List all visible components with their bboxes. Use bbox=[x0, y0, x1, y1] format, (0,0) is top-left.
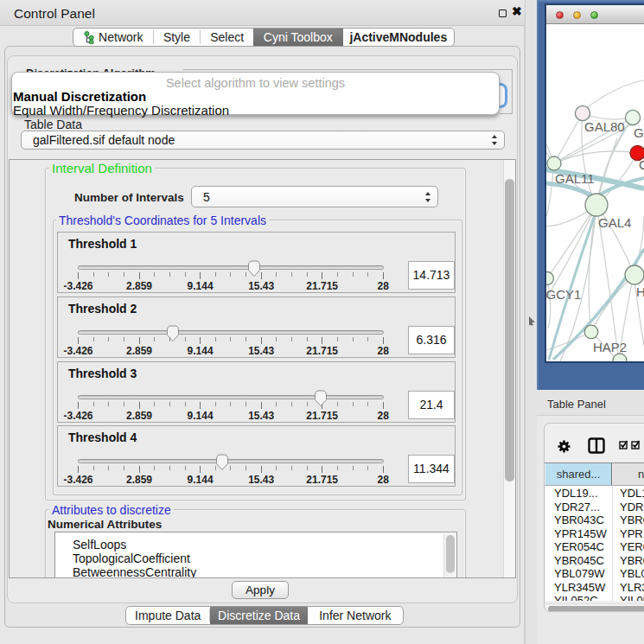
svg-text:HAP2: HAP2 bbox=[593, 340, 627, 354]
svg-text:GA: GA bbox=[634, 125, 644, 140]
svg-text:GAL80: GAL80 bbox=[584, 119, 625, 134]
svg-text:GAL4: GAL4 bbox=[598, 215, 631, 230]
svg-text:C: C bbox=[639, 157, 644, 172]
svg-text:GAL11: GAL11 bbox=[555, 171, 595, 186]
svg-text:GCY1: GCY1 bbox=[546, 287, 581, 302]
svg-text:HI: HI bbox=[636, 284, 644, 299]
